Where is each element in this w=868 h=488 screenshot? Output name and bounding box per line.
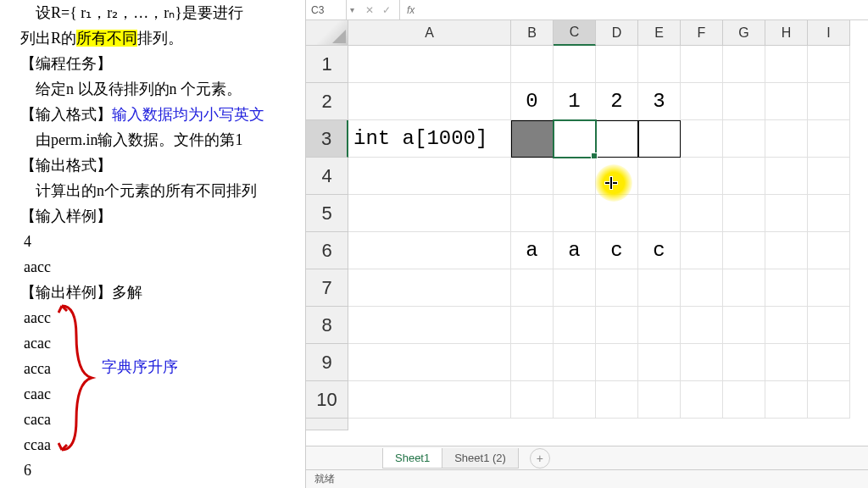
sheet-tab-1[interactable]: Sheet1 [382,448,442,469]
cell[interactable] [681,344,723,381]
cell[interactable] [681,307,723,344]
cell[interactable] [554,158,596,195]
col-header-I[interactable]: I [808,20,850,46]
row-header-1[interactable]: 1 [306,46,348,83]
cell[interactable] [511,381,554,419]
cell[interactable] [348,381,511,419]
col-header-H[interactable]: H [765,20,808,46]
col-header-C[interactable]: C [554,20,596,46]
cell[interactable] [765,158,808,195]
cell[interactable] [765,83,808,120]
cell[interactable] [681,120,723,158]
row-header-4[interactable]: 4 [306,158,348,195]
cell[interactable] [596,158,638,195]
cell[interactable]: 0 [511,83,554,120]
cell[interactable] [765,120,808,158]
cell[interactable] [723,232,765,269]
cell[interactable]: a [511,232,554,269]
cell[interactable] [723,83,765,120]
cell[interactable] [596,195,638,232]
name-box[interactable]: C3 [306,0,347,19]
cell[interactable] [808,344,850,381]
cell[interactable] [638,46,681,83]
col-header-A[interactable]: A [348,20,511,46]
cell[interactable] [638,269,681,307]
cell[interactable] [808,269,850,307]
cell[interactable] [723,195,765,232]
cell[interactable] [808,120,850,158]
cell[interactable] [554,269,596,307]
cell[interactable] [554,344,596,381]
cell[interactable]: 2 [596,83,638,120]
cell[interactable] [348,269,511,307]
cell[interactable] [348,307,511,344]
add-sheet-button[interactable]: + [530,448,550,469]
row-header-5[interactable]: 5 [306,195,348,232]
cell[interactable]: int a[1000] [348,120,511,158]
cell[interactable] [765,269,808,307]
cell[interactable] [554,381,596,419]
cell[interactable] [681,46,723,83]
cell[interactable] [511,195,554,232]
cell[interactable] [681,269,723,307]
col-header-E[interactable]: E [638,20,681,46]
cell[interactable] [808,46,850,83]
cell[interactable] [511,344,554,381]
select-all-button[interactable] [306,20,348,46]
cell[interactable] [808,195,850,232]
row-header-7[interactable]: 7 [306,269,348,307]
cell[interactable]: a [554,232,596,269]
cell[interactable] [348,83,511,120]
cell[interactable]: 1 [554,83,596,120]
cell[interactable] [596,307,638,344]
cell[interactable] [511,307,554,344]
cell[interactable] [638,381,681,419]
cell[interactable] [681,381,723,419]
row-header-2[interactable]: 2 [306,83,348,120]
cell[interactable] [765,307,808,344]
cell[interactable]: c [638,232,681,269]
cell[interactable] [723,307,765,344]
cell[interactable] [554,195,596,232]
cancel-icon[interactable]: ✕ [365,4,374,16]
cell[interactable]: 3 [638,83,681,120]
cell[interactable] [723,344,765,381]
cell[interactable] [348,46,511,83]
cell[interactable] [596,344,638,381]
cell[interactable] [723,158,765,195]
cell[interactable] [638,307,681,344]
cell[interactable] [554,307,596,344]
cell[interactable] [681,232,723,269]
enter-icon[interactable]: ✓ [382,4,391,16]
cell[interactable] [554,46,596,83]
cell[interactable] [348,195,511,232]
cell[interactable] [723,46,765,83]
fx-icon[interactable]: fx [399,0,415,19]
cell[interactable] [348,232,511,269]
cell[interactable] [808,232,850,269]
sheet-tab-2[interactable]: Sheet1 (2) [442,448,519,469]
cell[interactable] [596,269,638,307]
cell[interactable] [511,120,554,158]
cell[interactable] [681,158,723,195]
namebox-dropdown-icon[interactable]: ▾ [347,5,357,14]
row-header-6[interactable]: 6 [306,232,348,269]
cell[interactable] [765,344,808,381]
cell[interactable] [348,344,511,381]
cell[interactable] [348,158,511,195]
cell[interactable] [596,120,638,158]
row-header-3[interactable]: 3 [306,120,348,158]
col-header-D[interactable]: D [596,20,638,46]
cell[interactable] [765,46,808,83]
cell[interactable] [723,269,765,307]
cell[interactable] [808,381,850,419]
cell[interactable] [511,269,554,307]
cell[interactable] [723,120,765,158]
cell[interactable] [511,46,554,83]
row-header-8[interactable]: 8 [306,307,348,344]
cell[interactable] [638,120,681,158]
col-header-B[interactable]: B [511,20,554,46]
cell[interactable] [765,381,808,419]
cell[interactable] [638,158,681,195]
row-header-9[interactable]: 9 [306,344,348,381]
